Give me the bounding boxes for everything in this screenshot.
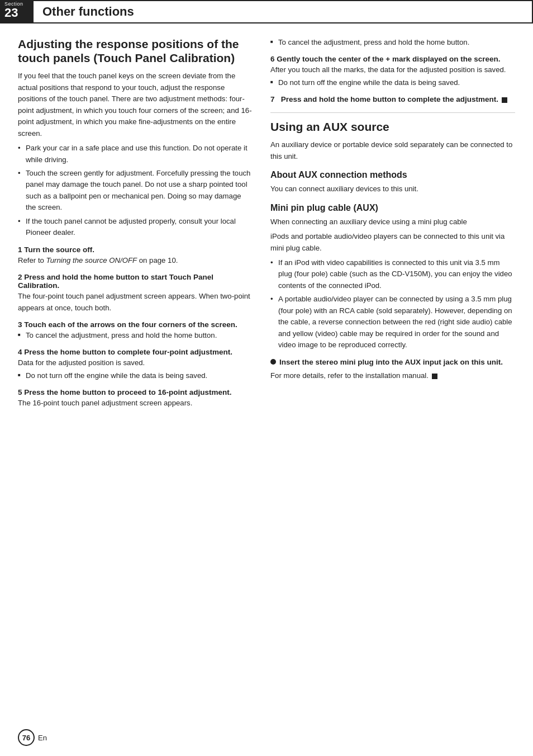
aux-title: Using an AUX source — [270, 120, 515, 134]
bullet-item: Touch the screen gently for adjustment. … — [18, 168, 253, 214]
step-1-heading: 1 Turn the source off. — [18, 245, 253, 254]
page-header: Section 23 Other functions — [0, 0, 533, 23]
mini-pin-body2: iPods and portable audio/video players c… — [270, 231, 515, 254]
step-6-heading: 6 Gently touch the center of the + mark … — [270, 55, 515, 63]
bullet-item: Park your car in a safe place and use th… — [18, 143, 253, 166]
page-footer: 76 En — [18, 729, 47, 746]
step-2-body: The four-point touch panel adjustment sc… — [18, 291, 253, 314]
aux-connection-body: You can connect auxiliary devices to thi… — [270, 183, 515, 195]
mini-pin-body1: When connecting an auxiliary device usin… — [270, 216, 515, 228]
insert-heading-container: Insert the stereo mini plug into the AUX… — [270, 357, 515, 368]
insert-body: For more details, refer to the installat… — [270, 370, 515, 381]
circle-bullet-icon — [270, 359, 276, 365]
calibration-bullets: Park your car in a safe place and use th… — [18, 143, 253, 239]
step-5-cont-note: To cancel the adjustment, press and hold… — [270, 37, 515, 48]
page-number: 76 — [18, 729, 35, 746]
language-label: En — [38, 734, 47, 742]
step-3-note: To cancel the adjustment, press and hold… — [18, 330, 253, 341]
calibration-intro: If you feel that the touch panel keys on… — [18, 70, 253, 139]
aux-intro: An auxiliary device or portable device s… — [270, 139, 515, 162]
mini-pin-title: Mini pin plug cable (AUX) — [270, 203, 515, 213]
right-column: To cancel the adjustment, press and hold… — [270, 37, 515, 411]
mini-pin-bullet-2: A portable audio/video player can be con… — [270, 294, 515, 351]
main-content: Adjusting the response positions of the … — [0, 23, 533, 424]
step-4-heading: 4 Press the home button to complete four… — [18, 348, 253, 356]
section-number: 23 — [4, 7, 18, 19]
end-mark-1 — [502, 97, 507, 103]
step-1-body: Refer to Turning the source ON/OFF on pa… — [18, 255, 253, 266]
mini-pin-bullet-1: If an iPod with video capabilities is co… — [270, 257, 515, 291]
step-2-heading: 2 Press and hold the home button to star… — [18, 273, 253, 290]
step-7-heading: 7 Press and hold the home button to comp… — [270, 95, 515, 103]
step-4-note: Do not turn off the engine while the dat… — [18, 370, 253, 381]
insert-heading: Insert the stereo mini plug into the AUX… — [279, 357, 503, 368]
step-5-heading: 5 Press the home button to proceed to 16… — [18, 388, 253, 396]
page-title: Other functions — [42, 4, 134, 19]
calibration-title: Adjusting the response positions of the … — [18, 37, 253, 65]
step-5-body: The 16-point touch panel adjustment scre… — [18, 398, 253, 409]
step-6-body: After you touch all the marks, the data … — [270, 64, 515, 75]
aux-connection-title: About AUX connection methods — [270, 170, 515, 180]
section-label: Section 23 — [0, 0, 34, 22]
end-mark-2 — [432, 374, 437, 379]
section-divider — [270, 112, 515, 113]
step-3-heading: 3 Touch each of the arrows on the four c… — [18, 320, 253, 329]
header-title-bar: Other functions — [34, 0, 533, 22]
step-4-body: Data for the adjusted position is saved. — [18, 357, 253, 368]
bullet-item: If the touch panel cannot be adjusted pr… — [18, 216, 253, 239]
step-6-note: Do not turn off the engine while the dat… — [270, 77, 515, 88]
mini-pin-bullets: If an iPod with video capabilities is co… — [270, 257, 515, 351]
left-column: Adjusting the response positions of the … — [18, 37, 253, 411]
